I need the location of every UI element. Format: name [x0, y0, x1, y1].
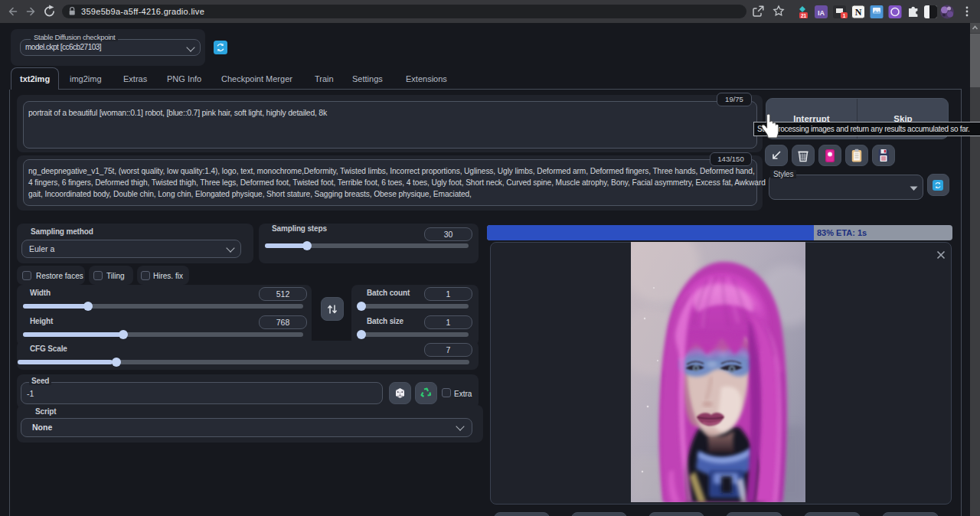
- svg-text:IA: IA: [818, 9, 825, 17]
- svg-text:21: 21: [801, 13, 807, 18]
- svg-text:N: N: [855, 7, 862, 18]
- svg-text:1: 1: [843, 13, 846, 18]
